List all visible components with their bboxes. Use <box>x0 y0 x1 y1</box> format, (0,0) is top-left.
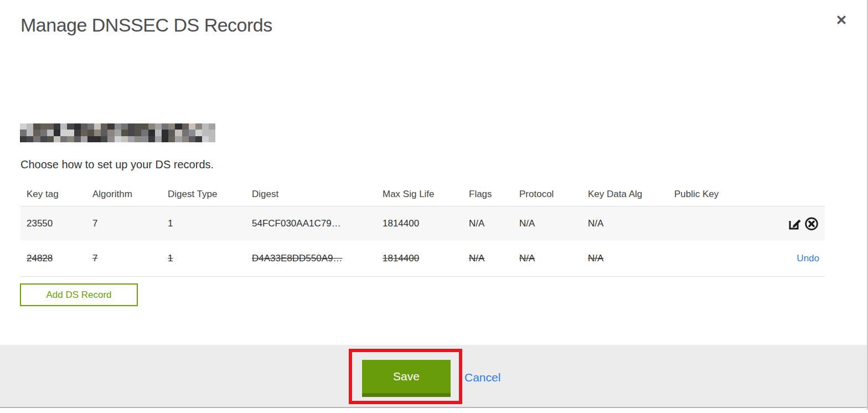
undo-link[interactable]: Undo <box>797 253 819 264</box>
save-button[interactable]: Save <box>362 360 451 397</box>
col-header-key-data-alg: Key Data Alg <box>588 189 674 200</box>
close-icon[interactable]: ✕ <box>833 11 850 29</box>
cell-protocol: N/A <box>519 218 588 229</box>
col-header-algorithm: Algorithm <box>92 189 168 200</box>
col-header-digest-type: Digest Type <box>168 189 252 200</box>
cell-key-tag: 24828 <box>27 253 92 264</box>
cell-digest-type: 1 <box>168 218 252 229</box>
dnssec-modal: Manage DNSSEC DS Records ✕ Choose how to… <box>0 0 868 413</box>
cell-key-data-alg: N/A <box>588 218 674 229</box>
col-header-key-tag: Key tag <box>27 189 92 200</box>
redacted-domain-name <box>20 123 215 142</box>
page-title: Manage DNSSEC DS Records <box>20 14 272 36</box>
cell-flags: N/A <box>469 218 519 229</box>
instruction-text: Choose how to set up your DS records. <box>20 158 214 171</box>
edit-record-icon[interactable] <box>787 216 803 232</box>
cell-max-sig-life: 1814400 <box>383 218 469 229</box>
cancel-link[interactable]: Cancel <box>464 371 500 384</box>
col-header-flags: Flags <box>469 189 519 200</box>
col-header-protocol: Protocol <box>519 189 588 200</box>
cell-key-tag: 23550 <box>27 218 92 229</box>
cell-algorithm: 7 <box>92 218 168 229</box>
col-header-public-key: Public Key <box>674 189 769 200</box>
cell-digest-type: 1 <box>168 253 252 264</box>
delete-record-icon[interactable] <box>803 216 819 232</box>
cell-algorithm: 7 <box>92 253 168 264</box>
col-header-digest: Digest <box>252 189 383 200</box>
table-row-deleted: 24828 7 1 D4A33E8DD550A9… 1814400 N/A N/… <box>20 241 825 277</box>
add-ds-record-button[interactable]: Add DS Record <box>20 283 138 306</box>
table-row: 23550 7 1 54FCF030AA1C79… 1814400 N/A N/… <box>20 206 825 241</box>
ds-records-table: Key tag Algorithm Digest Type Digest Max… <box>20 183 825 277</box>
cell-protocol: N/A <box>519 253 588 264</box>
table-header-row: Key tag Algorithm Digest Type Digest Max… <box>20 183 825 206</box>
cell-flags: N/A <box>469 253 519 264</box>
cell-digest: 54FCF030AA1C79… <box>252 218 383 229</box>
col-header-max-sig-life: Max Sig Life <box>383 189 469 200</box>
row-actions <box>787 216 825 232</box>
cell-key-data-alg: N/A <box>588 253 674 264</box>
cell-digest: D4A33E8DD550A9… <box>252 253 383 264</box>
cell-max-sig-life: 1814400 <box>383 253 469 264</box>
